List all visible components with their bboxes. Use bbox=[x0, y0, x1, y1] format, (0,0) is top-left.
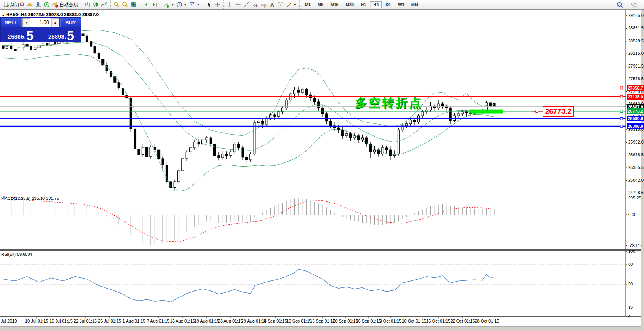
channel-icon: E bbox=[252, 2, 258, 8]
toolbar-button-zoom-in[interactable] bbox=[112, 0, 121, 9]
toolbar-button-profile[interactable] bbox=[34, 0, 42, 9]
sell-price-pip: 5 bbox=[26, 30, 34, 41]
timeframe-w1[interactable]: W1 bbox=[395, 1, 407, 8]
chat-icon bbox=[631, 2, 637, 8]
toolbar-button-text-a[interactable]: A bbox=[268, 0, 276, 9]
chart-canvas[interactable] bbox=[0, 0, 644, 331]
price-axis-tick-label: 25992.0 bbox=[628, 140, 644, 144]
chart-bars-icon bbox=[84, 2, 90, 8]
toolbar-group bbox=[140, 0, 160, 9]
time-axis-label: 13 Aug 01:15 bbox=[170, 319, 195, 323]
time-axis-label: 3 Oct 01:15 bbox=[380, 319, 402, 323]
toolbar-button-zoom-out[interactable] bbox=[121, 0, 129, 9]
toolbar-button-chat[interactable] bbox=[630, 0, 639, 9]
toolbar-button-search[interactable] bbox=[615, 0, 624, 9]
toolbar-button-hline[interactable] bbox=[234, 0, 242, 9]
buy-price[interactable]: 26898.5 bbox=[41, 27, 81, 42]
toolbar-button-chart-bars[interactable] bbox=[83, 0, 91, 9]
toolbar-button-signals[interactable] bbox=[42, 0, 51, 9]
trendline-icon bbox=[243, 2, 250, 8]
autotrade-icon bbox=[52, 2, 58, 8]
chevron-down-icon[interactable]: ▼ bbox=[197, 3, 199, 6]
timeframe-d1[interactable]: D1 bbox=[382, 1, 394, 8]
zoom-in-icon bbox=[113, 2, 120, 8]
sell-button[interactable]: SELL bbox=[1, 18, 22, 27]
chevron-down-icon[interactable]: ▼ bbox=[184, 3, 187, 6]
macd-axis-label: -723.16 bbox=[628, 243, 642, 248]
collapse-panel-icon[interactable]: ▲ bbox=[2, 13, 5, 17]
bar-shift-icon bbox=[143, 2, 149, 8]
time-axis-label: 26 Sep 01:15 bbox=[356, 319, 381, 323]
auto-scroll-icon bbox=[151, 2, 157, 8]
toolbar-button-bar-shift[interactable] bbox=[142, 0, 150, 9]
price-axis-tick-label: 27578.5 bbox=[628, 76, 644, 81]
chevron-down-icon[interactable]: ▼ bbox=[171, 3, 174, 6]
toolbar-button-autotrade[interactable]: 自动交易 bbox=[51, 0, 79, 9]
vline-icon bbox=[226, 2, 233, 8]
time-axis-label: 10 Jul 01:15 bbox=[25, 319, 48, 323]
timeframe-mn[interactable]: MN bbox=[408, 1, 421, 8]
chart-candles-icon bbox=[93, 2, 99, 8]
arrows-draw-icon bbox=[286, 2, 292, 8]
time-axis-label: 19 Aug 01:15 bbox=[194, 319, 220, 323]
toolbar-group: EFAT▼ bbox=[223, 0, 299, 9]
chevron-down-icon[interactable]: ▼ bbox=[294, 3, 296, 6]
time-axis-label: Jul 2019 bbox=[1, 319, 17, 323]
price-line-label: 26590.9 bbox=[627, 116, 644, 121]
time-axis-label: 28 Oct 01:15 bbox=[475, 319, 499, 323]
volume-input[interactable]: 1.00 bbox=[30, 18, 51, 27]
toolbar-button-chart-line[interactable] bbox=[100, 0, 108, 9]
toolbar-button-cursor[interactable] bbox=[205, 0, 213, 9]
sell-price-main: 26885 bbox=[8, 33, 24, 40]
price-axis-tick-label: 24728.5 bbox=[628, 190, 644, 195]
zoom-out-icon bbox=[122, 2, 128, 8]
toolbar-button-periods-clock[interactable]: ▼ bbox=[175, 0, 188, 9]
toolbar-button-vline[interactable] bbox=[225, 0, 234, 9]
time-axis-label: 16 Jul 01:15 bbox=[49, 319, 73, 323]
toolbar-button-crosshair[interactable] bbox=[213, 0, 221, 9]
hline-icon bbox=[235, 2, 241, 8]
toolbar-button-arrows-draw[interactable]: ▼ bbox=[285, 0, 297, 9]
toolbar-button-gold[interactable] bbox=[25, 0, 34, 9]
price-axis-tick-label: 25042.0 bbox=[628, 178, 644, 182]
toolbar-button-indicators-add[interactable]: ▼ bbox=[162, 0, 175, 9]
toolbar-button-auto-scroll[interactable] bbox=[150, 0, 159, 9]
timeframe-h4[interactable]: H4 bbox=[370, 1, 382, 8]
volume-spinner: ▼ 1.00 ▲ bbox=[22, 18, 59, 27]
sell-price[interactable]: 26885.5 bbox=[1, 27, 41, 42]
timeframe-m1[interactable]: M1 bbox=[302, 1, 314, 8]
buy-button[interactable]: BUY bbox=[60, 18, 81, 27]
buy-price-pip: 5 bbox=[67, 30, 74, 41]
time-axis-label: 16 Sep 01:15 bbox=[310, 319, 335, 323]
toolbar-button-fibo[interactable]: F bbox=[259, 0, 268, 9]
price-line-label: 26773.2 bbox=[627, 108, 644, 114]
time-axis-label: 22 Jul 01:15 bbox=[74, 319, 97, 323]
toolbar-button-new-order[interactable]: 新订单 bbox=[2, 0, 25, 9]
time-axis-label: 1 Aug 01:15 bbox=[123, 319, 145, 323]
main-toolbar: 新订单自动交易▼▼▼EFAT▼ M1M5M15M30H1H4D1W1MN bbox=[0, 0, 644, 10]
toolbar-groups: 新订单自动交易▼▼▼EFAT▼ bbox=[0, 0, 299, 9]
toolbar-button-label-t[interactable]: T bbox=[276, 0, 285, 9]
toolbar-button-trendline[interactable] bbox=[242, 0, 251, 9]
rsi-axis-label: 15 bbox=[628, 305, 633, 309]
timeframe-h1[interactable]: H1 bbox=[358, 1, 369, 8]
volume-decrease-button[interactable]: ▼ bbox=[23, 18, 30, 27]
timeframe-m15[interactable]: M15 bbox=[327, 1, 341, 8]
macd-indicator-label: MACD(12,26,9) 135.10 131.75 bbox=[1, 196, 59, 201]
timeframe-m30[interactable]: M30 bbox=[343, 1, 357, 8]
toolbar-group bbox=[110, 0, 139, 9]
toolbar-group bbox=[203, 0, 223, 9]
toolbar-button-channel[interactable]: E bbox=[251, 0, 259, 9]
one-click-trading-panel: SELL ▼ 1.00 ▲ BUY 26885.5 26898.5 bbox=[1, 18, 81, 42]
time-axis-label: 10 Oct 01:15 bbox=[402, 319, 426, 323]
toolbar-button-chart-candles[interactable] bbox=[91, 0, 100, 9]
volume-increase-button[interactable]: ▲ bbox=[51, 18, 59, 27]
chart-line-icon bbox=[101, 2, 107, 8]
turning-point-annotation: 多空转折点 bbox=[355, 95, 423, 111]
toolbar-button-templates[interactable]: ▼ bbox=[188, 0, 201, 9]
rsi-axis-label: 100 bbox=[628, 249, 635, 253]
timeframe-m5[interactable]: M5 bbox=[314, 1, 326, 8]
rsi-line bbox=[3, 269, 494, 302]
toolbar-button-tile-windows[interactable] bbox=[129, 0, 138, 9]
macd-signal-line bbox=[3, 197, 494, 242]
